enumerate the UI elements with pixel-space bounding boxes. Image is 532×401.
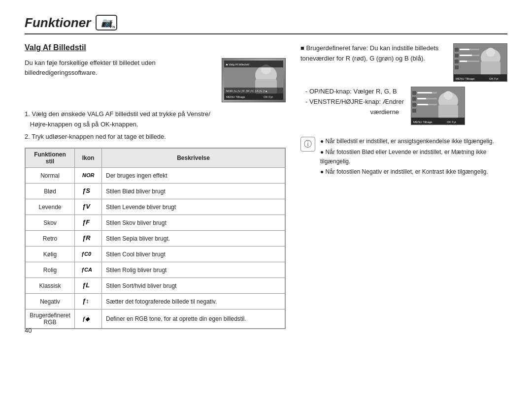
table-row: RetroƒRStilen Sepia bliver brugt. [26,231,285,247]
col-header-beskrivelse: Beskrivelse [102,149,285,168]
svg-text:■ Valg Af billedstil: ■ Valg Af billedstil [226,63,249,66]
main-content: Valg Af Billedstil Du kan føje forskelli… [25,43,507,329]
note3: ● Når fotostilen Negativ er indstillet, … [320,167,507,177]
table-row-ikon: ƒ◆ [75,309,102,329]
table-row-stil: Retro [26,231,75,247]
svg-text:ƒC0: ƒC0 [81,251,92,257]
table-row-ikon: ƒL [75,278,102,294]
bruger-block: ■ Brugerdefineret farve: Du kan indstill… [300,43,507,82]
note2: ● Når fotostilen Blød eller Levende er i… [320,148,507,166]
svg-rect-51 [417,104,428,105]
note-icon: ⓘ [300,137,315,152]
style-table-container: Funktionen stil Ikon Beskrivelse NormalN… [25,148,286,329]
table-row-ikon: ƒR [75,231,102,247]
table-row-stil: Klassisk [26,278,75,294]
svg-point-40 [444,91,453,100]
table-row-beskrivelse: Stilen Cool bliver brugt [102,247,285,262]
page-title: Funktioner [25,15,91,31]
page: Funktioner 📷 Fn Valg Af Billedstil Du ka… [0,0,532,344]
table-row-stil: Negativ [26,294,75,309]
title-area: Funktioner 📷 Fn [25,15,507,34]
screen-thumb-2: MENU Tilbage OK Fyt [411,87,465,125]
table-row-ikon: ƒF [75,215,102,231]
note-text: ● Når billedstil er indstillet, er ansig… [320,137,507,178]
table-row-stil: Normal [26,168,75,184]
table-row: KlassiskƒLStilen Sort/hvid bliver brugt [26,278,285,294]
nav-line1: - OP/NED-knap: Vælger R, G, B [305,87,404,97]
screen-thumb-1: MENU Tilbage OK Fyt [453,43,507,82]
svg-point-23 [486,48,495,57]
table-row-beskrivelse: Der bruges ingen effekt [102,168,285,184]
svg-rect-34 [460,61,467,62]
note1: ● Når billedstil er indstillet, er ansig… [320,137,507,146]
intro-block: Du kan føje forskellige effekter til bil… [25,58,286,102]
svg-rect-26 [455,54,459,58]
svg-rect-28 [455,65,459,69]
svg-text:MENU Tilbage: MENU Tilbage [413,121,432,123]
table-row-stil: Skov [26,215,75,231]
table-row-stil: Kølig [26,247,75,262]
svg-text:MENU Tilbage: MENU Tilbage [226,95,245,98]
table-row-ikon: ƒ↕ [75,294,102,309]
camera-fn-icon: 📷 Fn [96,15,117,31]
table-row-stil: Levende [26,199,75,215]
table-row: BlødƒSStilen Blød bliver brugt [26,184,285,199]
table-row: RoligƒCAStilen Rolig bliver brugt [26,262,285,278]
table-row-stil: Blød [26,184,75,199]
note-block: ⓘ ● Når billedstil er indstillet, er ans… [300,137,507,178]
svg-text:OK Fyt: OK Fyt [489,77,499,80]
table-row-ikon: ƒCA [75,262,102,278]
table-row: LevendeƒVStilen Levende bliver brugt [26,199,285,215]
table-row-ikon: NOR [75,168,102,184]
col-header-ikon: Ikon [75,149,102,168]
svg-text:OK Fyt: OK Fyt [264,95,273,98]
table-row-beskrivelse: Sætter det fotograferede billede til neg… [102,294,285,309]
svg-rect-44 [412,103,416,107]
svg-text:ƒL: ƒL [82,281,90,289]
table-row: Brugerdefineret RGBƒ◆Definer en RGB tone… [26,309,285,329]
svg-rect-24 [481,62,500,75]
style-table: Funktionen stil Ikon Beskrivelse NormalN… [25,148,285,329]
svg-text:ƒS: ƒS [82,187,90,194]
svg-text:ƒ↕: ƒ↕ [82,297,89,305]
svg-rect-27 [455,60,459,63]
col-header-stil: Funktionen stil [26,149,75,168]
nav-block: - OP/NED-knap: Vælger R, G, B - VENSTRE/… [300,87,507,125]
bruger-text: ■ Brugerdefineret farve: Du kan indstill… [300,43,446,66]
svg-rect-45 [412,109,416,113]
svg-text:ƒ◆: ƒ◆ [82,316,90,322]
table-row-beskrivelse: Definer en RGB tone, for at oprette din … [102,309,285,329]
nav-desc-text: - OP/NED-knap: Vælger R, G, B - VENSTRE/… [300,87,404,117]
steps: 1. Vælg den ønskede VALG AF billedstil v… [25,109,286,142]
svg-text:OK Fyt: OK Fyt [447,121,456,123]
intro-text: Du kan føje forskellige effekter til bil… [25,58,214,102]
left-column: Valg Af Billedstil Du kan føje forskelli… [25,43,286,329]
bruger-desc: ■ Brugerdefineret farve: Du kan indstill… [300,43,446,64]
right-column: ■ Brugerdefineret farve: Du kan indstill… [300,43,507,329]
svg-rect-43 [412,97,416,101]
table-row-beskrivelse: Stilen Skov bliver brugt [102,215,285,231]
page-number: 40 [25,327,32,334]
svg-rect-25 [455,48,459,52]
section-title: Valg Af Billedstil [25,43,286,52]
svg-rect-49 [417,98,426,99]
table-row-stil: Rolig [26,262,75,278]
svg-text:NOR ƒs ƒv ƒF ƒR ƒC ƒA ƒL ƒ▲: NOR ƒs ƒv ƒF ƒR ƒC ƒA ƒL ƒ▲ [226,90,267,93]
table-row-beskrivelse: Stilen Sort/hvid bliver brugt [102,278,285,294]
svg-text:ƒV: ƒV [82,203,91,210]
svg-text:ƒR: ƒR [82,234,91,242]
nav-line3: værdierne [305,107,404,118]
table-row-beskrivelse: Stilen Blød bliver brugt [102,184,285,199]
svg-text:NOR: NOR [82,172,95,178]
svg-text:ƒCA: ƒCA [81,267,92,273]
table-row: Negativƒ↕Sætter det fotograferede billed… [26,294,285,309]
nav-line2: - VENSTRE/HØJRE-knap: Ændrer [305,97,404,107]
table-row: KøligƒC0Stilen Cool bliver brugt [26,247,285,262]
table-row-beskrivelse: Stilen Sepia bliver brugt. [102,231,285,247]
step1-text: 1. Vælg den ønskede VALG AF billedstil v… [25,109,286,130]
camera-screen-image: ■ Valg Af billedstil NOR ƒs ƒv ƒF ƒR ƒC … [222,58,286,102]
step2-text: 2. Tryk udløser-knappen ned for at tage … [25,132,286,142]
svg-rect-30 [460,49,469,50]
table-row-ikon: ƒV [75,199,102,215]
table-row: SkovƒFStilen Skov bliver brugt [26,215,285,231]
